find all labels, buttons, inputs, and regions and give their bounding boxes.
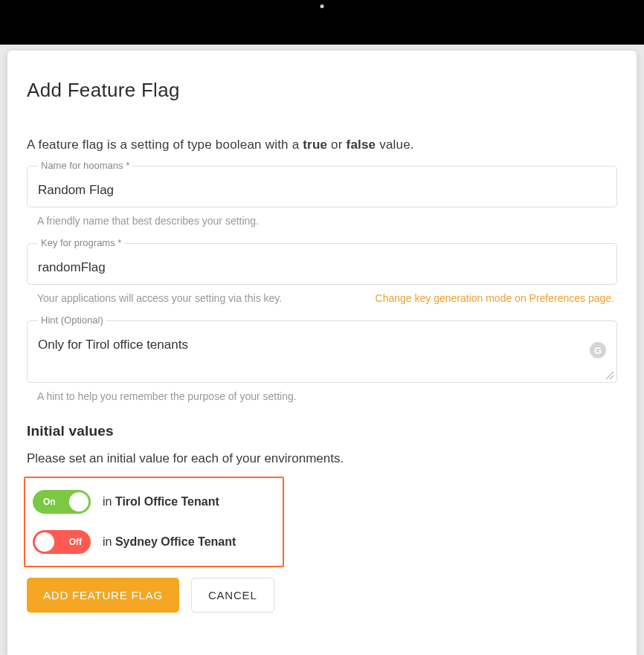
resize-handle-icon[interactable] (606, 372, 614, 379)
env-in-text: in (103, 535, 115, 548)
name-field-group: Name for hoomans * A friendly name that … (27, 166, 617, 227)
key-label: Key for programs * (38, 237, 124, 248)
toggle-sydney[interactable]: Off (33, 530, 91, 554)
svg-line-0 (606, 372, 614, 379)
hint-input[interactable] (38, 338, 606, 373)
button-row: ADD FEATURE FLAG CANCEL (27, 578, 617, 613)
env-name-sydney: Sydney Office Tenant (115, 535, 236, 548)
key-preferences-link[interactable]: Change key generation mode on Preference… (376, 292, 614, 304)
key-input-wrap: Key for programs * (27, 243, 617, 285)
intro-or: or (327, 138, 346, 152)
key-input[interactable] (38, 260, 606, 275)
hint-field-group: Hint (Optional) G A hint to help you rem… (27, 320, 617, 402)
grammarly-icon: G (590, 342, 606, 358)
hint-help: A hint to help you remember the purpose … (37, 390, 297, 402)
intro-text: A feature flag is a setting of type bool… (27, 138, 617, 152)
key-field-group: Key for programs * Your applications wil… (27, 243, 617, 304)
intro-suffix: value. (376, 138, 414, 152)
hint-label: Hint (Optional) (38, 314, 106, 326)
environments-highlight-box: On in Tirol Office Tenant Off in Sydney … (24, 477, 284, 567)
toggle-knob (35, 532, 54, 552)
env-label-sydney: in Sydney Office Tenant (103, 535, 236, 549)
env-label-tirol: in Tirol Office Tenant (103, 495, 219, 509)
svg-line-1 (610, 375, 614, 379)
initial-values-desc: Please set an initial value for each of … (27, 451, 617, 466)
key-help: Your applications will access your setti… (37, 292, 282, 304)
hint-input-wrap: Hint (Optional) G (27, 320, 617, 383)
camera-dot (321, 4, 324, 8)
name-label: Name for hoomans * (38, 160, 132, 171)
intro-true: true (303, 138, 327, 152)
env-row-tirol: On in Tirol Office Tenant (33, 490, 275, 514)
add-feature-flag-button[interactable]: ADD FEATURE FLAG (27, 578, 179, 613)
modal-title: Add Feature Flag (27, 79, 617, 102)
env-row-sydney: Off in Sydney Office Tenant (33, 530, 275, 554)
add-feature-flag-modal: Add Feature Flag A feature flag is a set… (7, 51, 637, 655)
toggle-sydney-label: Off (69, 537, 82, 547)
name-input-wrap: Name for hoomans * (27, 166, 617, 207)
env-name-tirol: Tirol Office Tenant (115, 495, 219, 508)
toggle-tirol-label: On (43, 497, 56, 507)
initial-values-title: Initial values (27, 423, 617, 439)
cancel-button[interactable]: CANCEL (191, 578, 274, 613)
name-input[interactable] (38, 183, 606, 198)
name-help: A friendly name that best describes your… (37, 215, 259, 227)
env-in-text: in (103, 495, 115, 508)
intro-false: false (347, 138, 376, 152)
toggle-tirol[interactable]: On (33, 490, 91, 514)
toggle-knob (69, 492, 88, 512)
intro-prefix: A feature flag is a setting of type bool… (27, 138, 303, 152)
